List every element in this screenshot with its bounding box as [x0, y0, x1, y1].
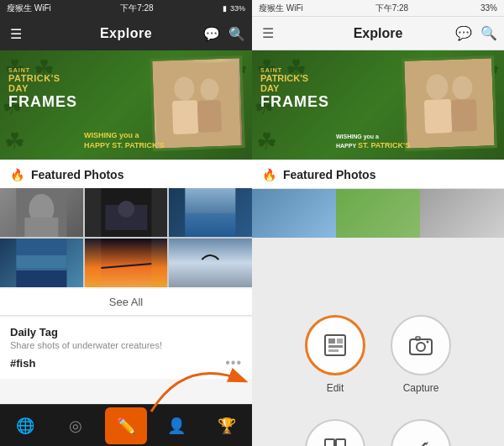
battery-text: 33% — [230, 4, 245, 13]
svg-rect-28 — [328, 349, 339, 352]
right-banner-photo — [402, 55, 497, 151]
right-search-icon[interactable]: 🔍 — [480, 25, 497, 41]
photo-grid — [0, 188, 252, 287]
right-menu-icon[interactable]: ☰ — [262, 25, 274, 41]
right-flame-icon: 🔥 — [262, 168, 276, 181]
right-saint: SAINT — [260, 67, 329, 73]
right-photo-1 — [252, 189, 336, 238]
shamrock-icon-5: ☘ — [4, 128, 25, 155]
chat-icon[interactable]: 💬 — [203, 26, 220, 42]
pencil-icon-svg — [408, 437, 433, 446]
right-status-bar: 瘦猴生 WiFi 下午7:28 33% — [252, 0, 504, 17]
svg-rect-15 — [16, 255, 66, 270]
right-patricks: PATRICK'SDAY — [260, 73, 329, 93]
right-featured-header: 🔥 Featured Photos — [252, 160, 504, 189]
carrier-text: 瘦猴生 WiFi — [7, 3, 51, 14]
svg-point-30 — [417, 343, 425, 351]
right-banner-text: SAINT PATRICK'SDAY FRAMES — [260, 67, 329, 111]
header-right-icons: 💬 🔍 — [203, 26, 245, 42]
flame-icon: 🔥 — [10, 168, 24, 181]
left-banner: ☘ ☘ ☘ ☘ ☘ ☘ SAINT PATRICK'SDAY FRAMES — [0, 50, 252, 160]
svg-rect-18 — [186, 239, 236, 287]
daily-tag-section: Daily Tag Share shots of underwater crea… — [0, 317, 252, 379]
capture-circle — [391, 315, 451, 375]
photo-cell-5[interactable] — [85, 239, 168, 287]
action-overlay-area: Edit Capture — [252, 238, 504, 446]
wishing-text: WISHING you a HAPPY ST. PATRICK'S — [84, 130, 165, 151]
trophy-icon: 🏆 — [218, 417, 236, 435]
daily-tag-title: Daily Tag — [10, 326, 242, 338]
action-draw-button[interactable]: Draw — [391, 419, 451, 446]
left-phone-panel: 瘦猴生 WiFi 下午7:28 ▮ 33% ☰ Explore 💬 🔍 ☘ ☘ … — [0, 0, 252, 446]
action-edit-button[interactable]: Edit — [305, 315, 365, 394]
photo-cell-4[interactable] — [0, 239, 83, 287]
left-status-bar: 瘦猴生 WiFi 下午7:28 ▮ 33% — [0, 0, 252, 17]
capture-label: Capture — [403, 382, 439, 394]
profile-icon: 👤 — [167, 417, 186, 435]
svg-rect-16 — [101, 239, 151, 287]
daily-tag-hash: #fish — [10, 357, 35, 370]
photo-cell-2[interactable] — [85, 188, 168, 237]
right-frames: FRAMES — [260, 93, 329, 111]
right-header-title: Explore — [354, 26, 403, 41]
battery-icon: ▮ — [223, 4, 227, 13]
right-photo-svg — [404, 58, 495, 149]
tab-trophy[interactable]: 🏆 — [206, 407, 248, 444]
tab-compass[interactable]: ◎ — [55, 407, 97, 444]
see-all-row[interactable]: See All — [0, 289, 252, 316]
menu-icon[interactable]: ☰ — [10, 26, 22, 42]
svg-rect-34 — [336, 439, 345, 446]
right-time: 下午7:28 — [375, 3, 408, 14]
compass-icon: ◎ — [69, 417, 82, 435]
status-right: ▮ 33% — [223, 4, 245, 13]
svg-rect-21 — [424, 99, 452, 134]
banner-frames: FRAMES — [8, 93, 77, 111]
right-photo-3 — [420, 189, 504, 238]
right-carrier: 瘦猴生 WiFi — [259, 3, 303, 14]
photo-cell-3[interactable] — [169, 188, 252, 237]
banner-photo-image — [152, 58, 243, 149]
action-collage-button[interactable]: Collage — [305, 419, 365, 446]
more-options-icon[interactable]: ••• — [225, 355, 242, 370]
left-bottom-tabs: 🌐 ◎ ✏️ 👤 🏆 — [0, 404, 252, 446]
right-phone-panel: 瘦猴生 WiFi 下午7:28 33% ☰ Explore 💬 🔍 ☘ ☘ ☘ … — [252, 0, 504, 446]
right-featured-title: Featured Photos — [283, 168, 375, 181]
edit-circle — [305, 315, 365, 375]
see-all-label: See All — [109, 296, 143, 308]
photo-cell-1[interactable] — [0, 188, 83, 237]
wishing-label: WISHING you a — [84, 131, 139, 139]
svg-rect-4 — [197, 100, 222, 133]
right-header-right-icons: 💬 🔍 — [455, 25, 497, 41]
svg-rect-33 — [325, 439, 334, 446]
banner-photo-svg — [154, 61, 240, 148]
tab-edit[interactable]: ✏️ — [105, 407, 147, 444]
banner-saint: SAINT — [8, 67, 77, 73]
status-left: 瘦猴生 WiFi — [7, 3, 51, 14]
left-header-title: Explore — [100, 26, 152, 41]
right-header: ☰ Explore 💬 🔍 — [252, 17, 504, 50]
collage-icon-svg — [323, 437, 348, 446]
status-time: 下午7:28 — [120, 3, 153, 14]
daily-tag-row: #fish ••• — [10, 355, 242, 370]
search-icon[interactable]: 🔍 — [228, 26, 245, 42]
action-capture-button[interactable]: Capture — [391, 315, 451, 394]
right-battery: 33% — [480, 3, 497, 13]
featured-title: Featured Photos — [31, 168, 123, 181]
svg-rect-14 — [16, 268, 66, 287]
tab-profile[interactable]: 👤 — [155, 407, 197, 444]
photo-cell-6[interactable] — [169, 239, 252, 287]
right-shamrock-5: ☘ — [256, 128, 277, 155]
banner-text: SAINT PATRICK'SDAY FRAMES — [8, 67, 77, 111]
right-chat-icon[interactable]: 💬 — [455, 25, 472, 41]
svg-rect-7 — [24, 218, 58, 237]
happy-label: HAPPY ST. PATRICK'S — [84, 141, 165, 150]
draw-circle — [391, 419, 451, 446]
banner-patricks: PATRICK'SDAY — [8, 73, 77, 93]
right-wishing: WISHING you aHAPPY ST. PATRICK'S — [336, 133, 410, 151]
daily-tag-desc: Share shots of underwater creatures! — [10, 340, 242, 350]
right-photo-2 — [336, 189, 420, 238]
svg-point-10 — [118, 201, 134, 218]
action-grid: Edit Capture — [288, 298, 468, 446]
tab-globe[interactable]: 🌐 — [4, 407, 46, 444]
collage-circle — [305, 419, 365, 446]
